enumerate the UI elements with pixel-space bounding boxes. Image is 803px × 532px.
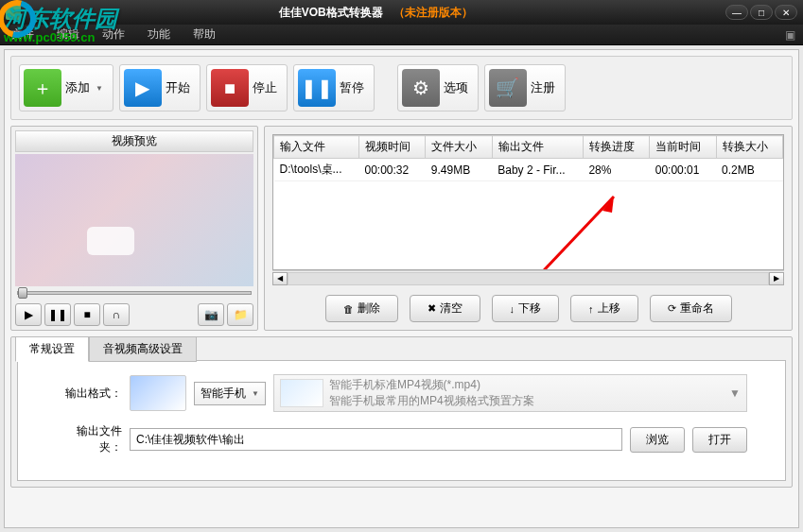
delete-button[interactable]: 🗑删除 [325,295,398,322]
col-progress[interactable]: 转换进度 [583,136,649,159]
pause-icon: ❚❚ [298,69,336,107]
app-subtitle: （未注册版本） [393,6,473,19]
preview-pause-button[interactable]: ❚❚ [44,303,71,326]
preview-folder-button[interactable]: 📁 [227,303,253,326]
menu-function[interactable]: 功能 [144,25,174,44]
toolbar: ＋ 添加 ▼ ▶ 开始 ■ 停止 ❚❚ 暂停 ⚙ 选项 🛒 [10,56,793,120]
output-folder-label: 输出文件夹： [56,423,122,455]
settings-tabs-panel: 常规设置 音视频高级设置 输出格式： 智能手机 ▼ 智能手机标准MP4视频(*.… [10,336,793,488]
add-button[interactable]: ＋ 添加 ▼ [19,64,113,112]
close-button[interactable]: ✕ [775,5,797,20]
register-button[interactable]: 🛒 注册 [484,64,566,112]
plus-icon: ＋ [24,69,61,107]
stop-button[interactable]: ■ 停止 [206,64,288,112]
options-button[interactable]: ⚙ 选项 [397,64,479,112]
browse-button[interactable]: 浏览 [630,427,685,453]
menu-edit[interactable]: 编辑 [53,25,83,44]
table-row[interactable]: D:\tools\桌... 00:00:32 9.49MB Baby 2 - F… [274,159,783,181]
preview-panel: 视频预览 ▶ ❚❚ ■ ∩ 📷 📁 [10,126,258,331]
menubar: 文件 编辑 动作 功能 帮助 ▣ [0,25,803,45]
menu-help[interactable]: 帮助 [189,25,219,44]
basket-icon: 🛒 [489,69,527,107]
svg-line-0 [529,197,614,270]
col-current-time[interactable]: 当前时间 [650,136,716,159]
rename-button[interactable]: ⟳重命名 [650,295,732,322]
arrow-down-icon: ↓ [510,303,515,315]
move-down-button[interactable]: ↓下移 [492,295,560,322]
maximize-button[interactable]: □ [750,5,773,20]
app-icon [6,5,21,20]
menu-collapse-icon[interactable]: ▣ [785,28,795,42]
horizontal-scrollbar[interactable]: ◀ ▶ [272,270,784,285]
chevron-down-icon: ▼ [96,84,103,93]
video-seek-slider[interactable] [15,286,253,300]
window-titlebar: 佳佳VOB格式转换器 （未注册版本） — □ ✕ [0,0,803,25]
preset-thumbnail [280,379,323,407]
device-dropdown[interactable]: 智能手机 ▼ [194,382,266,405]
menu-action[interactable]: 动作 [98,25,129,44]
preview-title: 视频预览 [15,130,253,152]
col-video-time[interactable]: 视频时间 [359,136,426,159]
pause-button[interactable]: ❚❚ 暂停 [293,64,375,112]
col-file-size[interactable]: 文件大小 [426,136,492,159]
file-table[interactable]: 输入文件 视频时间 文件大小 输出文件 转换进度 当前时间 转换大小 [273,135,783,181]
arrow-up-icon: ↑ [588,303,594,315]
tab-general[interactable]: 常规设置 [15,336,89,362]
app-title: 佳佳VOB格式转换器 [279,6,383,19]
video-preview-area [15,154,253,286]
preview-stop-button[interactable]: ■ [74,303,100,326]
file-list-panel: 输入文件 视频时间 文件大小 输出文件 转换进度 当前时间 转换大小 [264,126,793,331]
col-output-file[interactable]: 输出文件 [492,136,583,159]
col-convert-size[interactable]: 转换大小 [716,136,782,159]
play-icon: ▶ [124,69,162,107]
preview-snapshot-button[interactable]: 📷 [198,303,224,326]
trash-icon: 🗑 [343,303,354,315]
refresh-icon: ⟳ [668,302,676,315]
gear-icon: ⚙ [402,69,440,107]
annotation-arrow [519,182,633,270]
main-content: ＋ 添加 ▼ ▶ 开始 ■ 停止 ❚❚ 暂停 ⚙ 选项 🛒 [0,45,803,532]
device-thumbnail [130,375,186,411]
stop-icon: ■ [211,69,249,107]
scroll-left-icon[interactable]: ◀ [272,272,288,285]
col-input-file[interactable]: 输入文件 [274,136,359,159]
start-button[interactable]: ▶ 开始 [119,64,201,112]
chevron-down-icon: ▼ [729,386,741,400]
tab-advanced[interactable]: 音视频高级设置 [89,336,197,362]
x-icon: ✖ [428,302,436,315]
clear-button[interactable]: ✖清空 [410,295,480,322]
preset-title: 智能手机标准MP4视频(*.mp4) [329,377,724,393]
preset-desc: 智能手机最常用的MP4视频格式预置方案 [329,393,724,409]
output-format-label: 输出格式： [56,386,122,402]
scroll-right-icon[interactable]: ▶ [769,272,784,285]
open-button[interactable]: 打开 [692,427,747,453]
preview-play-button[interactable]: ▶ [15,303,42,326]
preview-loop-button[interactable]: ∩ [103,303,130,326]
chevron-down-icon: ▼ [252,389,259,398]
preset-dropdown[interactable]: 智能手机标准MP4视频(*.mp4) 智能手机最常用的MP4视频格式预置方案 ▼ [273,374,747,412]
minimize-button[interactable]: — [725,5,748,20]
move-up-button[interactable]: ↑上移 [570,295,638,322]
svg-marker-1 [602,197,614,213]
menu-file[interactable]: 文件 [8,25,38,44]
output-folder-input[interactable] [130,428,622,451]
